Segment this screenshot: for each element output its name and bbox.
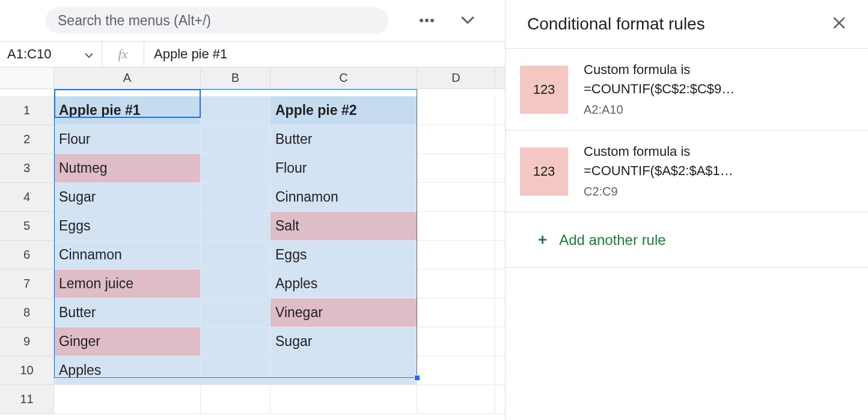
name-box[interactable]: A1:C10	[0, 42, 102, 67]
cell-C9[interactable]: Sugar	[270, 327, 417, 356]
panel-title: Conditional format rules	[527, 14, 705, 34]
cell-C5[interactable]: Salt	[270, 212, 417, 241]
formula-input[interactable]: Apple pie #1	[144, 46, 227, 62]
rule-condition-label: Custom formula is	[584, 144, 733, 159]
cell-A10[interactable]: Apples	[54, 356, 201, 385]
cell-D1[interactable]	[417, 96, 495, 125]
cell-A6[interactable]: Cinnamon	[54, 241, 201, 270]
cell-A1[interactable]: Apple pie #1	[54, 96, 201, 125]
more-icon[interactable]	[418, 12, 435, 29]
chevron-down-icon[interactable]	[459, 12, 476, 29]
svg-point-1	[425, 19, 429, 22]
cell-overflow	[495, 327, 505, 356]
cell-A3[interactable]: Nutmeg	[54, 154, 201, 183]
svg-point-2	[430, 19, 434, 22]
col-header-overflow	[495, 67, 505, 89]
fx-icon: fx	[102, 42, 144, 67]
cell-A2[interactable]: Flour	[54, 125, 201, 154]
plus-icon: +	[538, 230, 547, 249]
cell-D2[interactable]	[417, 125, 495, 154]
cell-C4[interactable]: Cinnamon	[270, 183, 417, 212]
format-rule-item[interactable]: 123 Custom formula is =COUNTIF($C$2:$C$9…	[506, 49, 868, 131]
row-header-6[interactable]: 6	[0, 241, 54, 270]
cell-C3[interactable]: Flour	[270, 154, 417, 183]
menu-search-input[interactable]: Search the menus (Alt+/)	[46, 7, 388, 34]
row-header-11[interactable]: 11	[0, 385, 54, 414]
rule-condition-label: Custom formula is	[584, 62, 735, 78]
col-header-C[interactable]: C	[270, 67, 417, 89]
cell-C2[interactable]: Butter	[270, 125, 417, 154]
cell-C1[interactable]: Apple pie #2	[270, 96, 417, 125]
cell-B5[interactable]	[201, 212, 270, 241]
cell-D10[interactable]	[417, 356, 495, 385]
cell-C11[interactable]	[270, 385, 417, 414]
rule-range: A2:A10	[584, 103, 735, 117]
rule-formula: =COUNTIF($C$2:$C$9…	[584, 81, 735, 97]
cell-B10[interactable]	[201, 356, 270, 385]
cell-D5[interactable]	[417, 212, 495, 241]
cell-D11[interactable]	[417, 385, 495, 414]
row-header-2[interactable]: 2	[0, 125, 54, 154]
col-header-A[interactable]: A	[54, 67, 201, 89]
cell-overflow	[495, 356, 505, 385]
row-header-3[interactable]: 3	[0, 154, 54, 183]
cell-D4[interactable]	[417, 183, 495, 212]
add-rule-label: Add another rule	[559, 232, 665, 249]
cell-D9[interactable]	[417, 327, 495, 356]
row-header-7[interactable]: 7	[0, 270, 54, 298]
col-header-B[interactable]: B	[201, 67, 270, 89]
cell-C10[interactable]	[270, 356, 417, 385]
cell-D3[interactable]	[417, 154, 495, 183]
cell-A7[interactable]: Lemon juice	[54, 270, 201, 298]
selection-fill-handle[interactable]	[414, 375, 420, 381]
row-header-9[interactable]: 9	[0, 327, 54, 356]
cell-B3[interactable]	[201, 154, 270, 183]
cell-C7[interactable]: Apples	[270, 270, 417, 298]
cell-overflow	[495, 183, 505, 212]
cell-B9[interactable]	[201, 327, 270, 356]
cell-B8[interactable]	[201, 298, 270, 327]
cell-A4[interactable]: Sugar	[54, 183, 201, 212]
spreadsheet-grid[interactable]: A B C D 1 Apple pie #1 Apple pie #2 2 Fl…	[0, 67, 505, 414]
cell-overflow	[495, 212, 505, 241]
name-box-chevron-icon[interactable]	[85, 46, 93, 62]
cell-B7[interactable]	[201, 270, 270, 298]
cell-overflow	[495, 298, 505, 327]
row-header-5[interactable]: 5	[0, 212, 54, 241]
cell-overflow	[495, 385, 505, 414]
cell-overflow	[495, 270, 505, 298]
cell-A8[interactable]: Butter	[54, 298, 201, 327]
cell-B11[interactable]	[201, 385, 270, 414]
rule-range: C2:C9	[584, 185, 733, 199]
select-all-corner[interactable]	[0, 67, 54, 89]
cell-B2[interactable]	[201, 125, 270, 154]
row-header-1[interactable]: 1	[0, 96, 54, 125]
format-rule-item[interactable]: 123 Custom formula is =COUNTIF($A$2:$A$1…	[506, 131, 868, 212]
row-header-10[interactable]: 10	[0, 356, 54, 385]
cell-B6[interactable]	[201, 241, 270, 270]
conditional-format-panel: Conditional format rules 123 Custom form…	[506, 0, 868, 420]
cell-D6[interactable]	[417, 241, 495, 270]
cell-A5[interactable]: Eggs	[54, 212, 201, 241]
cell-A9[interactable]: Ginger	[54, 327, 201, 356]
cell-A11[interactable]	[54, 385, 201, 414]
rule-formula: =COUNTIF($A$2:$A$1…	[584, 163, 733, 179]
formula-bar: A1:C10 fx Apple pie #1	[0, 41, 505, 67]
svg-point-0	[420, 19, 423, 22]
cell-overflow	[495, 125, 505, 154]
cell-overflow	[495, 96, 505, 125]
cell-D8[interactable]	[417, 298, 495, 327]
cell-B1[interactable]	[201, 96, 270, 125]
row-header-8[interactable]: 8	[0, 298, 54, 327]
toolbar: Search the menus (Alt+/)	[0, 0, 505, 41]
cell-B4[interactable]	[201, 183, 270, 212]
cell-C8[interactable]: Vinegar	[270, 298, 417, 327]
cell-overflow	[495, 154, 505, 183]
cell-C6[interactable]: Eggs	[270, 241, 417, 270]
cell-overflow	[495, 241, 505, 270]
close-panel-button[interactable]	[832, 16, 846, 32]
add-rule-button[interactable]: + Add another rule	[506, 212, 868, 268]
cell-D7[interactable]	[417, 270, 495, 298]
row-header-4[interactable]: 4	[0, 183, 54, 212]
col-header-D[interactable]: D	[417, 67, 495, 89]
